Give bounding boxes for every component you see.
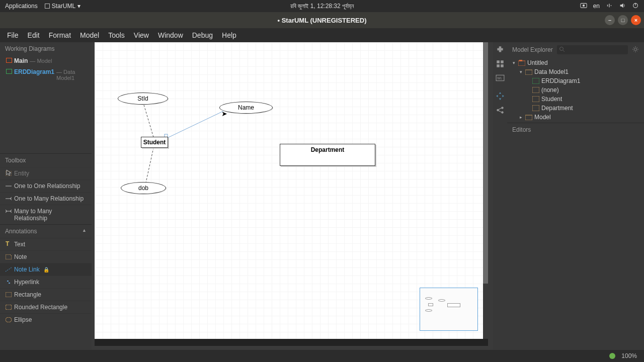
tree-erd-diagram[interactable]: ERDDiagram1 <box>507 76 644 85</box>
entity-icon <box>532 105 539 111</box>
rounded-rect-icon <box>6 304 12 310</box>
toolbox-entity[interactable]: Entity <box>0 167 92 179</box>
annotation-note-link[interactable]: Note Link 🔒 <box>0 263 92 276</box>
collapse-icon: ▲ <box>82 228 87 235</box>
annotations-header[interactable]: Annotations ▲ <box>0 224 92 238</box>
diagram-canvas[interactable]: StId Name Student dob Department ➤ <box>95 42 485 339</box>
tree-model[interactable]: ▸ Model <box>507 113 644 122</box>
svg-point-27 <box>559 47 563 51</box>
text-icon: T <box>6 240 12 246</box>
menu-tools[interactable]: Tools <box>104 30 129 40</box>
svg-rect-30 <box>518 61 525 66</box>
annotation-text[interactable]: T Text <box>0 238 92 250</box>
svg-line-25 <box>499 108 502 110</box>
tree-none[interactable]: (none) <box>507 85 644 95</box>
entity-icon <box>532 96 539 102</box>
rel-1n-icon <box>6 196 12 202</box>
expand-icon[interactable]: ▸ <box>518 115 523 120</box>
svg-rect-37 <box>525 115 532 120</box>
svg-rect-10 <box>6 305 12 310</box>
svg-rect-16 <box>497 60 500 63</box>
svg-rect-36 <box>532 105 539 111</box>
gear-icon[interactable] <box>632 46 639 54</box>
annotation-ellipse[interactable]: Ellipse <box>0 313 92 326</box>
erd-entity-department[interactable]: Department <box>280 144 375 166</box>
volume-icon[interactable] <box>619 2 626 11</box>
toolbox-one-to-many[interactable]: One to Many Relationship <box>0 192 92 205</box>
svg-rect-32 <box>525 70 532 75</box>
package-icon <box>525 69 532 75</box>
editors-header: Editors <box>507 123 644 350</box>
system-clock: রবি জুলাই 1, 12:28:32 পূর্বাহ্ন <box>290 3 354 10</box>
tree-root[interactable]: ▾ Untitled <box>507 58 644 67</box>
applications-menu[interactable]: Applications <box>5 3 38 10</box>
menu-view[interactable]: View <box>130 30 153 40</box>
rectangle-icon <box>6 292 12 298</box>
share-icon[interactable] <box>496 106 505 115</box>
markdown-icon[interactable]: M↓ <box>496 73 505 82</box>
expand-icon[interactable]: ▾ <box>518 69 523 74</box>
move-icon[interactable] <box>496 92 505 101</box>
power-icon[interactable] <box>632 2 639 11</box>
annotation-rounded-rectangle[interactable]: Rounded Rectangle <box>0 301 92 313</box>
explorer-search[interactable] <box>557 45 628 54</box>
hyperlink-icon <box>6 279 12 285</box>
window-titlebar: • StarUML (UNREGISTERED) – □ × <box>0 12 644 28</box>
erd-entity-student[interactable]: Student <box>141 137 168 148</box>
working-diagram-erd[interactable]: ERDDiagram1 — Data Model1 <box>0 66 92 83</box>
menu-window[interactable]: Window <box>154 30 187 40</box>
mouse-cursor: ➤ <box>221 110 227 118</box>
menu-model[interactable]: Model <box>76 30 103 40</box>
menu-debug[interactable]: Debug <box>188 30 217 40</box>
menu-file[interactable]: File <box>3 30 23 40</box>
expand-icon[interactable]: ▾ <box>511 60 516 65</box>
working-diagram-main[interactable]: Main — Model <box>0 55 92 66</box>
tree-data-model[interactable]: ▾ Data Model1 <box>507 67 644 76</box>
canvas-scrollbar[interactable] <box>483 42 488 339</box>
network-icon[interactable] <box>606 2 613 11</box>
annotation-hyperlink[interactable]: Hyperlink <box>0 276 92 288</box>
minimize-button[interactable]: – <box>605 15 615 25</box>
erd-attr-stid[interactable]: StId <box>118 93 168 105</box>
menu-help[interactable]: Help <box>218 30 240 40</box>
working-diagrams-header: Working Diagrams <box>0 42 92 55</box>
tree-department[interactable]: Department <box>507 104 644 113</box>
svg-rect-19 <box>501 64 504 67</box>
project-icon <box>518 60 525 66</box>
annotation-rectangle[interactable]: Rectangle <box>0 288 92 301</box>
scrollbar-thumb[interactable] <box>483 42 488 284</box>
maximize-button[interactable]: □ <box>618 15 628 25</box>
entity-icon <box>6 170 12 176</box>
zoom-level[interactable]: 100% <box>621 352 637 359</box>
svg-rect-35 <box>532 96 539 102</box>
menu-edit[interactable]: Edit <box>24 30 44 40</box>
tree-student[interactable]: Student <box>507 95 644 104</box>
toolbox-one-to-one[interactable]: One to One Relationship <box>0 179 92 192</box>
svg-rect-33 <box>532 78 539 84</box>
screencast-icon[interactable] <box>580 2 587 11</box>
close-button[interactable]: × <box>631 15 641 25</box>
grid-icon[interactable] <box>496 59 505 68</box>
diagram-icon <box>532 78 539 84</box>
ellipse-icon <box>6 317 12 323</box>
minimap[interactable] <box>420 288 478 331</box>
toolbox-many-to-many[interactable]: Many to Many Relationship <box>0 205 92 224</box>
erd-attr-dob[interactable]: dob <box>121 182 166 194</box>
annotation-note[interactable]: Note <box>0 250 92 263</box>
model-explorer-header: Model Explorer <box>512 46 553 53</box>
extensions-icon[interactable] <box>496 45 505 54</box>
search-icon <box>559 46 565 54</box>
svg-point-29 <box>634 48 637 50</box>
svg-text:M↓: M↓ <box>497 76 502 80</box>
svg-rect-9 <box>6 292 12 297</box>
menu-format[interactable]: Format <box>45 30 75 40</box>
window-title: • StarUML (UNREGISTERED) <box>278 17 367 24</box>
app-icon <box>45 4 50 9</box>
note-icon <box>6 254 12 260</box>
status-ok-icon <box>609 353 615 359</box>
app-dropdown[interactable]: StarUML ▾ <box>45 3 80 10</box>
entity-icon <box>532 87 539 93</box>
note-link-icon <box>6 266 12 273</box>
chevron-down-icon: ▾ <box>77 3 80 10</box>
keyboard-lang[interactable]: en <box>593 3 600 10</box>
